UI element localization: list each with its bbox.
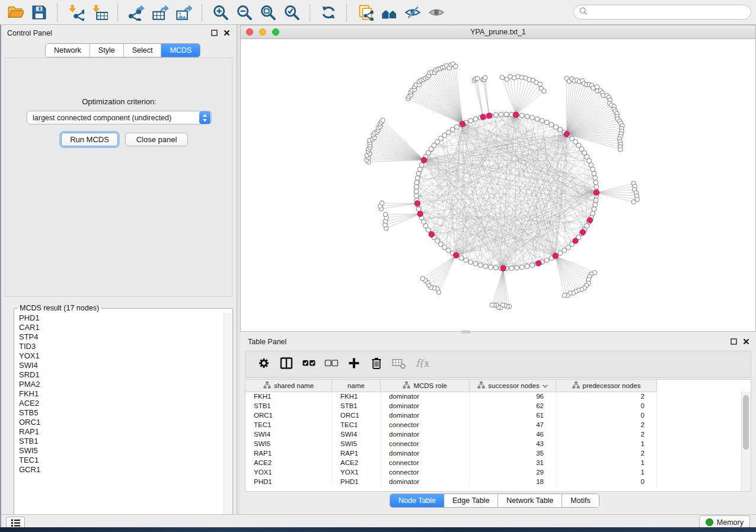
network-node[interactable] [558, 251, 563, 255]
network-node[interactable] [468, 118, 473, 123]
mcds-result-item[interactable]: TEC1 [19, 456, 223, 465]
network-node[interactable] [549, 122, 554, 127]
network-node[interactable] [493, 265, 498, 270]
mcds-result-item[interactable]: STB5 [19, 408, 223, 418]
mcds-result-item[interactable]: ACE2 [19, 399, 223, 408]
leaf-node[interactable] [483, 75, 487, 80]
network-node[interactable] [525, 114, 529, 119]
table-row[interactable]: FKH1FKH1dominator962 [245, 392, 742, 401]
leaf-node[interactable] [490, 303, 495, 307]
table-row[interactable]: SWI5SWI5connector431 [245, 439, 742, 448]
network-node[interactable] [592, 171, 596, 176]
network-node[interactable] [416, 207, 421, 211]
delete-entry-button[interactable] [365, 354, 388, 375]
tab-select[interactable]: Select [124, 44, 162, 57]
network-node[interactable] [540, 118, 544, 123]
column-header-MCDS-role[interactable]: MCDS role [381, 380, 470, 392]
run-mcds-button[interactable]: Run MCDS [61, 133, 118, 146]
table-row[interactable]: ACE2ACE2connector311 [245, 458, 742, 467]
close-panel-button-mcds[interactable]: Close panel [125, 133, 188, 146]
mcds-result-item[interactable]: STP4 [19, 332, 223, 342]
network-node[interactable] [459, 256, 464, 261]
refresh-view-button[interactable] [317, 2, 340, 23]
network-node[interactable] [592, 207, 596, 211]
leaf-node[interactable] [381, 118, 385, 123]
import-network-button[interactable] [64, 2, 88, 23]
leaf-node[interactable] [383, 212, 388, 217]
mcds-result-item[interactable]: STB1 [19, 437, 223, 446]
network-node[interactable] [525, 264, 529, 268]
tab-motifs[interactable]: Motifs [562, 494, 598, 507]
leaf-node[interactable] [538, 82, 543, 86]
open-file-button[interactable] [4, 2, 27, 23]
mcds-result-scrollbar[interactable] [224, 313, 232, 523]
mcds-result-item[interactable]: SRD1 [19, 370, 223, 380]
network-node[interactable] [593, 175, 598, 180]
dominator-node[interactable] [453, 252, 458, 258]
zoom-selected-button[interactable] [280, 2, 304, 23]
column-header-shared-name[interactable]: shared name [245, 380, 332, 392]
mcds-result-item[interactable]: PHD1 [19, 313, 223, 323]
leaf-node[interactable] [454, 64, 458, 69]
network-node[interactable] [544, 258, 549, 262]
zoom-in-button[interactable] [209, 2, 232, 23]
tab-style[interactable]: Style [90, 44, 124, 57]
network-node[interactable] [594, 184, 599, 189]
optimization-criterion-dropdown[interactable]: largest connected component (undirected) [27, 111, 212, 124]
search-input[interactable] [591, 8, 746, 17]
dominator-node[interactable] [587, 217, 592, 223]
mcds-result-item[interactable]: YOX1 [19, 351, 223, 361]
dominator-node[interactable] [460, 121, 465, 127]
table-row[interactable]: ORC1ORC1dominator610 [245, 411, 742, 420]
network-node[interactable] [535, 117, 540, 121]
network-node[interactable] [562, 248, 567, 253]
mcds-result-item[interactable]: SWI5 [19, 446, 223, 456]
import-table-button[interactable] [88, 2, 111, 23]
dominator-node[interactable] [414, 201, 420, 206]
network-node[interactable] [414, 180, 419, 185]
mcds-result-item[interactable]: FKH1 [19, 389, 223, 399]
column-header-successor-nodes[interactable]: successor nodes [470, 380, 556, 392]
mcds-result-item[interactable]: PMA2 [19, 380, 223, 389]
leaf-node[interactable] [542, 89, 547, 94]
network-node[interactable] [499, 112, 503, 117]
mcds-result-item[interactable]: RAP1 [19, 427, 223, 437]
close-table-panel-button[interactable] [742, 338, 750, 345]
dominator-node[interactable] [573, 238, 578, 243]
network-node[interactable] [489, 265, 493, 270]
network-node[interactable] [519, 113, 524, 118]
leaf-node[interactable] [475, 76, 480, 81]
network-node[interactable] [593, 203, 598, 207]
save-session-button[interactable] [27, 2, 51, 23]
network-node[interactable] [509, 266, 514, 271]
table-row[interactable]: STB1STB1dominator620 [245, 401, 742, 411]
dominator-node[interactable] [580, 229, 585, 235]
float-panel-button[interactable] [210, 29, 218, 37]
mcds-result-item[interactable]: ORC1 [19, 418, 223, 427]
network-node[interactable] [594, 180, 598, 185]
mcds-result-item[interactable]: TID3 [19, 342, 223, 351]
network-node[interactable] [594, 198, 598, 203]
leaf-node[interactable] [420, 276, 425, 281]
network-node[interactable] [450, 127, 455, 132]
leaf-node[interactable] [500, 75, 505, 80]
network-node[interactable] [414, 189, 419, 194]
network-node[interactable] [473, 117, 478, 121]
hide-selected-button[interactable] [401, 2, 425, 23]
deselect-all-button[interactable] [320, 354, 343, 375]
network-node[interactable] [591, 167, 595, 172]
column-header-name[interactable]: name [332, 380, 381, 392]
table-scrollbar-thumb[interactable] [743, 395, 749, 450]
mcds-result-item[interactable]: SWI4 [19, 361, 223, 370]
network-node[interactable] [493, 113, 498, 117]
delete-table-button[interactable] [388, 354, 410, 375]
dominator-node[interactable] [513, 112, 518, 117]
network-node[interactable] [468, 259, 473, 264]
network-node[interactable] [554, 124, 559, 129]
tab-network[interactable]: Network [46, 44, 90, 57]
network-node[interactable] [454, 124, 459, 129]
clone-network-button[interactable] [353, 2, 377, 23]
mcds-result-item[interactable]: GCR1 [19, 465, 223, 475]
close-panel-button[interactable] [223, 29, 231, 37]
dominator-node[interactable] [422, 158, 427, 163]
